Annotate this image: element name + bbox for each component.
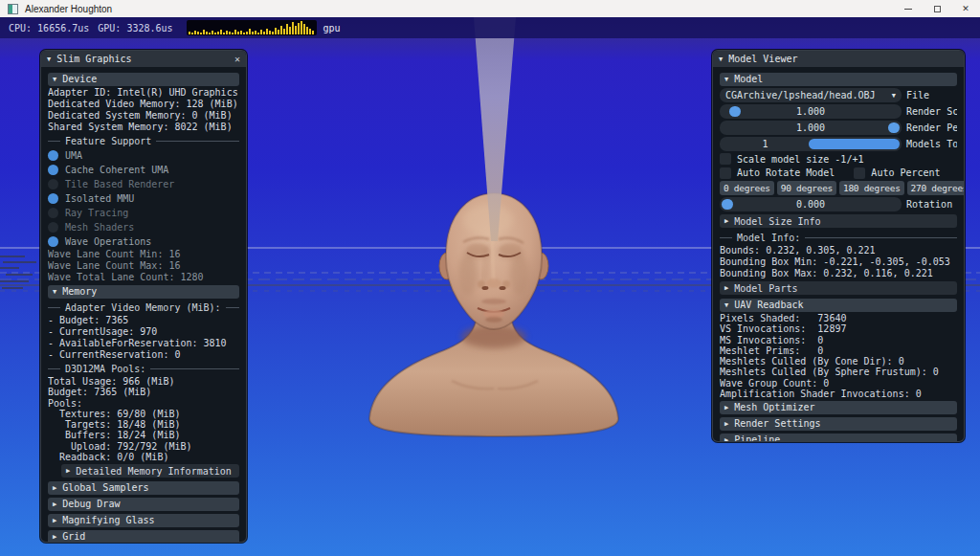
rotate-90-button[interactable]: 90 degrees	[777, 181, 836, 195]
minimize-button[interactable]	[894, 0, 923, 17]
close-icon: ✕	[962, 4, 969, 13]
pool-line: Readback: 0/0 (MiB)	[48, 452, 239, 462]
pool-line: Budget: 7365 (MiB)	[48, 387, 239, 397]
models-to-render-slider[interactable]: 1	[720, 137, 902, 151]
device-line: Adapter ID: Intel(R) UHD Graphics	[48, 87, 239, 99]
header-grid[interactable]: Grid	[48, 530, 239, 543]
app-window: Alexander Houghton ✕	[0, 0, 980, 556]
header-device[interactable]: Device	[48, 73, 239, 86]
model-info-line: Bounds: 0.232, 0.305, 0.221	[720, 245, 957, 256]
memory-line: - AvailableForReservation: 3810	[48, 338, 239, 349]
feature-ray-tracing[interactable]: Ray Tracing	[48, 206, 239, 220]
uav-line: Pixels Shaded: 73640	[720, 313, 957, 323]
render-scale-slider[interactable]: 1.000	[720, 104, 902, 119]
header-mesh-optimizer[interactable]: Mesh Optimizer	[720, 401, 957, 414]
separator-adapter-video-memory: Adapter Video Memory (MiB):	[48, 302, 239, 313]
uav-line: VS Invocations: 12897	[720, 323, 957, 334]
header-pipeline[interactable]: Pipeline	[720, 434, 957, 442]
chevron-down-icon	[719, 56, 723, 63]
model-info-line: Bounding Box Min: -0.221, -0.305, -0.053	[720, 256, 957, 268]
wave-line: Wave Lane Count Min: 16	[48, 249, 239, 260]
device-line: Shared System Memory: 8022 (MiB)	[48, 122, 239, 133]
close-button[interactable]: ✕	[951, 0, 980, 17]
perf-stats-bar: CPU: 16656.7us GPU: 3328.6us gpu	[0, 17, 980, 38]
header-render-settings[interactable]: Render Settings	[720, 417, 957, 431]
tree-model-parts[interactable]: Model Parts	[720, 281, 957, 295]
gpu-graph-label: gpu	[323, 23, 341, 33]
feature-cache-coherent-uma[interactable]: Cache Coherent UMA	[48, 163, 239, 177]
feature-wave-operations[interactable]: Wave Operations	[48, 234, 239, 249]
memory-line: - CurrentReservation: 0	[48, 349, 239, 361]
render-percent-slider[interactable]: 1.000	[720, 121, 902, 135]
chevron-right-icon	[724, 436, 728, 442]
model-viewer-titlebar[interactable]: Model Viewer	[713, 51, 964, 67]
chevron-right-icon	[724, 284, 728, 292]
slider-grab[interactable]	[729, 106, 741, 117]
auto-percent-checkbox[interactable]	[854, 167, 865, 179]
slider-grab[interactable]	[722, 199, 733, 210]
models-to-render-label: Models To Rend	[906, 139, 957, 149]
rotate-180-button[interactable]: 180 degrees	[839, 181, 904, 195]
window-titlebar[interactable]: Alexander Houghton ✕	[0, 0, 980, 17]
auto-rotate-label: Auto Rotate Model	[737, 167, 835, 178]
pool-line: Pools:	[48, 398, 239, 409]
feature-tile-based-renderer[interactable]: Tile Based Renderer	[48, 177, 239, 191]
device-line: Dedicated Video Memory: 128 (MiB)	[48, 99, 239, 110]
gpu-graph	[187, 20, 317, 35]
chevron-down-icon	[892, 92, 896, 100]
radio-icon	[48, 150, 58, 161]
slider-fill[interactable]	[809, 139, 900, 149]
header-model[interactable]: Model	[720, 73, 957, 86]
header-debug-draw[interactable]: Debug Draw	[48, 498, 239, 511]
radio-icon	[48, 222, 58, 233]
file-combo-label: File	[906, 90, 929, 100]
chevron-down-icon	[724, 301, 728, 309]
wave-line: Wave Lane Count Max: 16	[48, 260, 239, 272]
model-info-line: Bounding Box Max: 0.232, 0.116, 0.221	[720, 268, 957, 279]
chevron-right-icon	[53, 517, 56, 524]
chevron-right-icon	[53, 484, 56, 492]
file-combo[interactable]: CGArchive/lpshead/head.OBJ	[720, 88, 902, 102]
memory-line: - Budget: 7365	[48, 315, 239, 326]
tree-model-size-info[interactable]: Model Size Info	[720, 214, 957, 228]
rotation-slider[interactable]: 0.000	[720, 197, 902, 211]
panel-close-icon[interactable]	[234, 54, 240, 64]
header-magnifying-glass[interactable]: Magnifying Glass	[48, 514, 239, 527]
uav-line: Meshlets Culled (By Sphere Frustum): 0	[720, 367, 957, 377]
feature-uma[interactable]: UMA	[48, 148, 239, 163]
uav-line: MS Invocations: 0	[720, 335, 957, 345]
rotate-0-button[interactable]: 0 degrees	[720, 181, 774, 195]
separator-model-info: Model Info:	[720, 233, 957, 243]
rotate-270-button[interactable]: 270 degrees	[907, 181, 965, 195]
chevron-right-icon	[66, 467, 70, 475]
scale-model-label: Scale model size -1/+1	[737, 154, 863, 165]
chevron-right-icon	[724, 217, 728, 225]
pool-line: Targets: 18/48 (MiB)	[48, 419, 239, 430]
feature-mesh-shaders[interactable]: Mesh Shaders	[48, 220, 239, 234]
chevron-right-icon	[724, 404, 728, 411]
render-percent-label: Render Percent	[906, 122, 957, 133]
maximize-icon	[934, 6, 941, 12]
window-title: Alexander Houghton	[25, 4, 112, 14]
tree-detailed-memory-information[interactable]: Detailed Memory Information	[61, 464, 239, 478]
feature-isolated-mmu[interactable]: Isolated MMU	[48, 191, 239, 206]
chevron-down-icon	[53, 76, 56, 83]
panel-title: Slim Graphics	[56, 54, 131, 64]
header-global-samplers[interactable]: Global Samplers	[48, 481, 239, 495]
header-memory[interactable]: Memory	[48, 285, 239, 299]
uav-line: Wave Group Count: 0	[720, 378, 957, 389]
maximize-button[interactable]	[923, 0, 951, 17]
gpu-time-label: GPU: 3328.6us	[98, 23, 172, 33]
auto-rotate-checkbox[interactable]	[720, 167, 731, 179]
scale-model-checkbox[interactable]	[720, 153, 731, 165]
header-uav-readback[interactable]: UAV Readback	[720, 299, 957, 312]
radio-icon	[48, 236, 58, 247]
device-line: Dedicated System Memory: 0 (MiB)	[48, 110, 239, 122]
radio-icon	[48, 179, 58, 189]
slider-grab[interactable]	[888, 122, 900, 133]
minimize-icon	[904, 9, 912, 10]
auto-percent-label: Auto Percent	[871, 167, 940, 178]
radio-icon	[48, 208, 58, 218]
slim-graphics-panel: Slim Graphics Device Adapter ID: Intel(R…	[40, 50, 247, 543]
slim-graphics-titlebar[interactable]: Slim Graphics	[41, 51, 246, 67]
